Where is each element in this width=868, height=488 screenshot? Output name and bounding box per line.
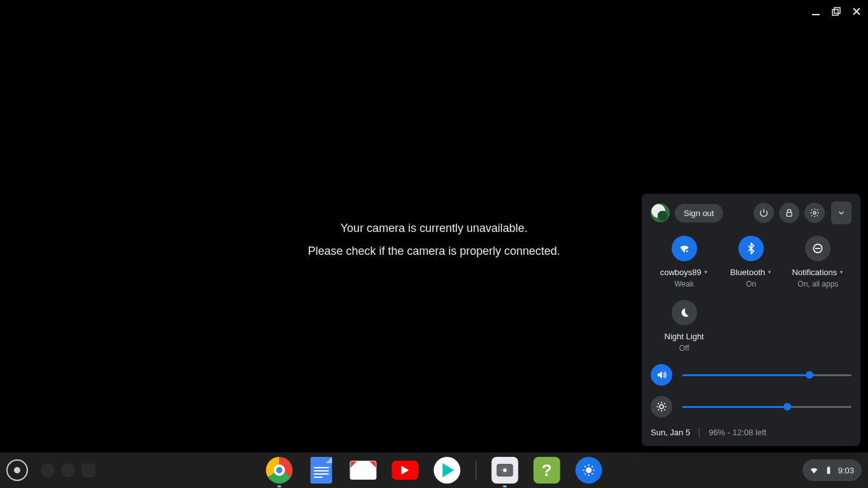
- chrome-icon: [266, 457, 293, 484]
- caret-down-icon: ▼: [839, 269, 844, 275]
- caret-down-icon: ▼: [703, 269, 709, 275]
- nightlight-toggle[interactable]: Night Light Off: [651, 300, 717, 353]
- app-camera[interactable]: [492, 457, 519, 484]
- lock-icon: [784, 208, 794, 218]
- power-icon: [759, 208, 769, 218]
- notifications-label: Notifications: [792, 268, 837, 277]
- app-help[interactable]: ?: [534, 457, 560, 484]
- quick-settings-panel: Sign out cowboys89▼ Weak Bluetooth▼: [642, 194, 860, 446]
- app-gmail[interactable]: [350, 457, 377, 484]
- gmail-icon: [350, 461, 377, 480]
- date-label: Sun, Jan 5: [651, 428, 690, 437]
- bluetooth-label: Bluetooth: [730, 268, 765, 277]
- wifi-sub: Weak: [674, 280, 693, 288]
- wifi-toggle[interactable]: cowboys89▼ Weak: [651, 236, 717, 288]
- battery-status-icon: [824, 465, 833, 475]
- clock: 9:03: [838, 466, 854, 475]
- nightlight-icon: [672, 300, 697, 325]
- footer-divider: [699, 428, 700, 437]
- shelf: ? 9:03: [0, 452, 868, 488]
- svg-rect-1: [832, 10, 838, 15]
- nav-ghost: [41, 463, 95, 477]
- gear-icon: [810, 208, 820, 218]
- bluetooth-icon: [738, 236, 764, 261]
- bluetooth-sub: On: [746, 280, 756, 288]
- help-icon: ?: [534, 457, 560, 484]
- avatar[interactable]: [651, 203, 670, 222]
- collapse-button[interactable]: [831, 201, 851, 224]
- close-icon: [852, 7, 861, 16]
- wifi-icon: [672, 236, 697, 261]
- svg-rect-3: [787, 212, 792, 216]
- settings-button[interactable]: [804, 203, 825, 223]
- app-playstore[interactable]: [434, 457, 461, 484]
- status-area[interactable]: 9:03: [803, 459, 862, 481]
- app-youtube[interactable]: [392, 457, 419, 484]
- notifications-toggle[interactable]: Notifications▼ On, all apps: [785, 236, 851, 288]
- svg-point-4: [813, 212, 816, 214]
- volume-slider[interactable]: [682, 374, 851, 376]
- svg-rect-13: [828, 466, 829, 467]
- svg-rect-2: [834, 8, 840, 13]
- camera-error-line2: Please check if the camera is properly c…: [308, 240, 560, 262]
- svg-rect-6: [686, 250, 688, 252]
- caret-down-icon: ▼: [767, 269, 772, 275]
- launcher-icon: [14, 467, 20, 473]
- minimize-icon: [811, 7, 820, 16]
- app-docs[interactable]: [308, 457, 335, 484]
- volume-button[interactable]: [651, 364, 672, 386]
- shelf-divider: [476, 461, 477, 480]
- close-button[interactable]: [850, 5, 863, 18]
- lock-button[interactable]: [779, 203, 799, 223]
- app-chrome[interactable]: [266, 457, 293, 484]
- app-settings[interactable]: [576, 457, 602, 484]
- power-button[interactable]: [754, 203, 774, 223]
- svg-rect-0: [812, 14, 820, 15]
- minimize-button[interactable]: [810, 5, 822, 18]
- restore-icon: [832, 7, 841, 16]
- nightlight-sub: Off: [679, 344, 689, 353]
- bluetooth-toggle[interactable]: Bluetooth▼ On: [717, 236, 784, 288]
- camera-icon: [492, 457, 519, 484]
- wifi-status-icon: [809, 465, 819, 475]
- youtube-icon: [392, 461, 419, 480]
- notifications-sub: On, all apps: [797, 280, 838, 288]
- launcher-button[interactable]: [6, 459, 28, 481]
- restore-button[interactable]: [830, 5, 843, 18]
- nightlight-label: Night Light: [665, 332, 704, 341]
- battery-label: 96% - 12:08 left: [709, 428, 766, 437]
- camera-error-message: Your camera is currently unavailable. Pl…: [308, 217, 560, 262]
- sign-out-button[interactable]: Sign out: [675, 204, 723, 222]
- camera-error-line1: Your camera is currently unavailable.: [308, 217, 560, 240]
- settings-icon: [576, 457, 602, 484]
- brightness-slider[interactable]: [682, 406, 851, 408]
- chevron-down-icon: [837, 208, 846, 217]
- svg-rect-12: [827, 467, 830, 474]
- docs-icon: [311, 457, 332, 484]
- dnd-icon: [805, 236, 831, 261]
- wifi-label: cowboys89: [660, 268, 702, 277]
- brightness-button[interactable]: [651, 396, 672, 417]
- volume-icon: [656, 369, 667, 381]
- svg-point-9: [660, 405, 663, 409]
- play-icon: [434, 457, 461, 484]
- brightness-icon: [656, 401, 667, 412]
